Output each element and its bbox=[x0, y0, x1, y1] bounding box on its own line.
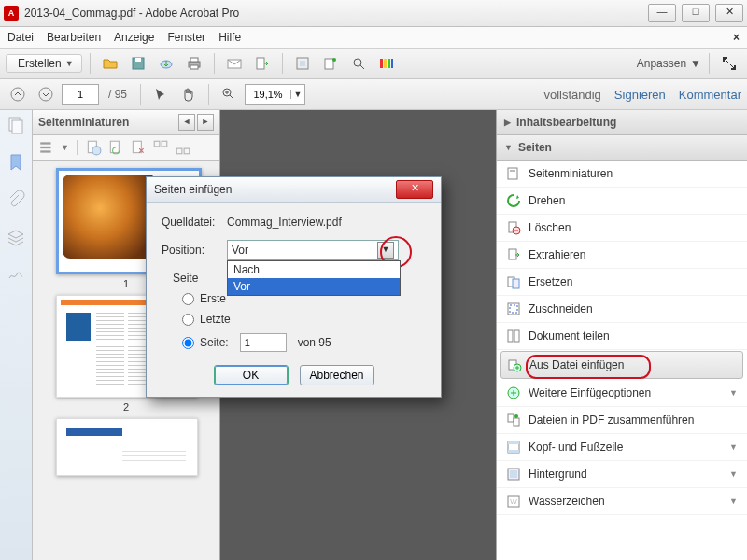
find-button[interactable] bbox=[346, 51, 371, 76]
menu-anzeige[interactable]: Anzeige bbox=[114, 31, 154, 44]
menu-bearbeiten[interactable]: Bearbeiten bbox=[47, 31, 101, 44]
window-maximize-button[interactable]: □ bbox=[682, 4, 710, 22]
create-button[interactable]: Erstellen ▼ bbox=[6, 54, 82, 73]
position-dropdown[interactable]: Vor ▼ Nach Vor bbox=[227, 240, 399, 260]
section-seiten[interactable]: ▼ Seiten bbox=[497, 135, 747, 161]
tool-ersetzen[interactable]: Ersetzen bbox=[497, 269, 747, 296]
tool-dokument-teilen[interactable]: Dokument teilen bbox=[497, 323, 747, 350]
attachment-icon[interactable] bbox=[7, 190, 25, 209]
radio-input[interactable] bbox=[182, 337, 194, 349]
options-icon[interactable] bbox=[38, 139, 55, 156]
delete-page-icon[interactable] bbox=[130, 139, 147, 156]
page-thumbnail[interactable] bbox=[56, 418, 196, 476]
page-number-input[interactable] bbox=[62, 84, 99, 105]
insert-page-icon[interactable] bbox=[85, 139, 102, 156]
section-inhaltsbearbeitung[interactable]: ▶ Inhaltsbearbeitung bbox=[497, 110, 747, 135]
chevron-down-icon[interactable]: ▼ bbox=[290, 90, 304, 99]
color-button[interactable] bbox=[374, 51, 399, 76]
svg-rect-16 bbox=[384, 59, 387, 68]
insert-pages-dialog: Seiten einfügen ✕ Quelldatei: Commag_Int… bbox=[146, 176, 442, 398]
tool-aus-datei-einf-gen[interactable]: Aus Datei einfügen bbox=[500, 351, 743, 379]
zoom-button[interactable] bbox=[217, 82, 241, 106]
page-total-label: / 95 bbox=[108, 88, 127, 101]
export-button[interactable] bbox=[250, 51, 275, 76]
tool-kopf-und-fu-zeile[interactable]: Kopf- und Fußzeile▼ bbox=[497, 434, 747, 461]
customize-button[interactable]: Anpassen ▼ bbox=[637, 57, 701, 70]
zoom-input[interactable]: ▼ bbox=[245, 84, 305, 105]
pages-icon[interactable] bbox=[7, 116, 25, 134]
window-minimize-button[interactable]: — bbox=[648, 4, 676, 22]
tool-extrahieren[interactable]: Extrahieren bbox=[497, 242, 747, 269]
tool-hintergrund[interactable]: Hintergrund▼ bbox=[497, 461, 747, 488]
fullscreen-button[interactable] bbox=[717, 51, 741, 76]
share-button[interactable] bbox=[318, 51, 343, 76]
cancel-button[interactable]: Abbrechen bbox=[300, 365, 374, 385]
menu-fenster[interactable]: Fenster bbox=[167, 31, 205, 44]
open-button[interactable] bbox=[98, 51, 122, 76]
tool-seitenminiaturen[interactable]: Seitenminiaturen bbox=[497, 161, 747, 188]
chevron-down-icon: ▼ bbox=[377, 242, 394, 259]
svg-rect-35 bbox=[508, 168, 517, 179]
tools-panel: ▶ Inhaltsbearbeitung ▼ Seiten Seitenmini… bbox=[496, 110, 747, 560]
tool-label: Aus Datei einfügen bbox=[529, 358, 624, 371]
layers-icon[interactable] bbox=[7, 228, 25, 246]
radio-input[interactable] bbox=[182, 293, 194, 305]
tool-weitere-einf-geoptionen[interactable]: Weitere Einfügeoptionen▼ bbox=[497, 380, 747, 407]
radio-label: Seite: bbox=[200, 336, 229, 349]
bookmark-icon[interactable] bbox=[7, 153, 25, 172]
position-label: Position: bbox=[162, 244, 227, 257]
svg-point-20 bbox=[39, 88, 52, 101]
window-close-button[interactable]: ✕ bbox=[715, 4, 743, 22]
svg-rect-17 bbox=[388, 59, 390, 68]
tool-label: Weitere Einfügeoptionen bbox=[529, 386, 651, 399]
panel-prev-button[interactable]: ◄ bbox=[178, 114, 195, 131]
tool-label: Ersetzen bbox=[529, 275, 572, 288]
page-down-button[interactable] bbox=[34, 82, 58, 106]
svg-rect-9 bbox=[257, 58, 264, 69]
dropdown-option-vor[interactable]: Vor bbox=[228, 278, 400, 295]
source-file-label: Quelldatei: bbox=[162, 216, 227, 229]
link-kommentar[interactable]: Kommentar bbox=[679, 88, 741, 102]
link-signieren[interactable]: Signieren bbox=[614, 88, 666, 102]
svg-rect-36 bbox=[510, 170, 515, 172]
link-vollstaendig[interactable]: vollständig bbox=[543, 88, 600, 102]
menu-hilfe[interactable]: Hilfe bbox=[218, 31, 241, 44]
signature-icon[interactable] bbox=[7, 265, 25, 284]
menu-datei[interactable]: Datei bbox=[7, 31, 34, 44]
tool-drehen[interactable]: Drehen bbox=[497, 188, 747, 215]
tool-label: Zuschneiden bbox=[529, 302, 593, 315]
print-button[interactable] bbox=[182, 51, 206, 76]
scan-button[interactable] bbox=[290, 51, 315, 76]
tool-icon bbox=[506, 247, 521, 262]
radio-seite[interactable]: Seite: von 95 bbox=[182, 333, 426, 352]
page-number-field[interactable] bbox=[240, 333, 287, 352]
cloud-button[interactable] bbox=[154, 51, 178, 76]
radio-input[interactable] bbox=[182, 314, 194, 326]
tool-dateien-in-pdf-zusammenf-hren[interactable]: Dateien in PDF zusammenführen bbox=[497, 407, 747, 434]
thumb-tool-icon[interactable] bbox=[175, 139, 191, 156]
tool-icon bbox=[506, 301, 521, 316]
page-up-button[interactable] bbox=[6, 82, 30, 106]
panel-close-icon[interactable]: × bbox=[733, 31, 740, 44]
zoom-value-input[interactable] bbox=[246, 88, 290, 101]
save-button[interactable] bbox=[126, 51, 150, 76]
tool-wasserzeichen[interactable]: WWasserzeichen▼ bbox=[497, 488, 747, 515]
ok-button[interactable]: OK bbox=[214, 365, 289, 385]
mail-button[interactable] bbox=[222, 51, 247, 76]
select-tool-button[interactable] bbox=[148, 82, 173, 106]
tool-icon bbox=[506, 274, 521, 289]
hand-tool-button[interactable] bbox=[176, 82, 201, 106]
dropdown-option-nach[interactable]: Nach bbox=[228, 261, 400, 278]
tool-l-schen[interactable]: Löschen bbox=[497, 215, 747, 242]
panel-next-button[interactable]: ► bbox=[197, 114, 214, 131]
radio-letzte[interactable]: Letzte bbox=[182, 313, 426, 326]
tool-icon bbox=[506, 467, 521, 482]
rotate-page-icon[interactable] bbox=[107, 139, 124, 156]
svg-point-19 bbox=[11, 88, 24, 101]
tool-zuschneiden[interactable]: Zuschneiden bbox=[497, 296, 747, 323]
svg-rect-6 bbox=[190, 58, 198, 62]
thumb-tool-icon[interactable] bbox=[152, 139, 169, 156]
svg-rect-41 bbox=[513, 279, 519, 288]
dialog-close-button[interactable]: ✕ bbox=[396, 180, 433, 199]
customize-label: Anpassen bbox=[637, 57, 686, 70]
